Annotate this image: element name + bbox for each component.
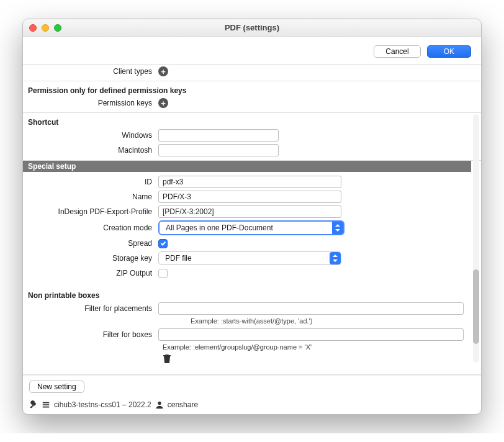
- nonprint-title: Non printable boxes: [23, 289, 481, 301]
- id-label: ID: [23, 178, 158, 186]
- status-user: censhare: [168, 400, 198, 409]
- filter-boxes-label: Filter for boxes: [23, 330, 158, 339]
- titlebar: PDF (settings): [23, 19, 481, 37]
- mac-input[interactable]: [158, 144, 279, 156]
- zip-checkbox[interactable]: [158, 269, 168, 278]
- creation-mode-value: All Pages in one PDF-Document: [160, 223, 332, 232]
- scrollbar-thumb[interactable]: [473, 269, 479, 344]
- spread-checkbox[interactable]: [158, 239, 168, 248]
- scroll-area: Client types + Permission only for defin…: [23, 65, 481, 375]
- windows-label: Windows: [23, 131, 158, 140]
- windows-input[interactable]: [158, 129, 279, 142]
- id-input[interactable]: [158, 176, 341, 188]
- delete-icon[interactable]: [163, 353, 481, 365]
- key-icon: [29, 400, 38, 409]
- name-input[interactable]: [158, 191, 341, 203]
- special-setup-band: Special setup: [23, 161, 471, 172]
- header-buttons: Cancel OK: [23, 37, 481, 65]
- filter-boxes-input[interactable]: [158, 328, 464, 341]
- ok-button[interactable]: OK: [427, 45, 471, 58]
- add-client-type-icon[interactable]: +: [158, 66, 168, 76]
- filter-boxes-example: Example: :element/groupslug/@group-name …: [23, 342, 481, 351]
- creation-mode-label: Creation mode: [23, 223, 158, 232]
- shortcut-title: Shortcut: [23, 115, 481, 128]
- profile-label: InDesign PDF-Export-Profile: [23, 207, 158, 216]
- status-bar: cihub3-testns-css01 – 2022.2 censhare: [23, 398, 481, 414]
- creation-mode-select[interactable]: All Pages in one PDF-Document: [158, 220, 344, 235]
- mac-label: Macintosh: [23, 146, 158, 155]
- network-icon: [42, 400, 50, 409]
- storage-value: PDF file: [159, 254, 330, 263]
- filter-placements-label: Filter for placements: [23, 304, 158, 313]
- footer: New setting: [23, 375, 481, 398]
- profile-input[interactable]: [158, 205, 341, 218]
- client-types-label: Client types: [23, 67, 158, 76]
- filter-placements-input[interactable]: [158, 302, 464, 315]
- add-perm-key-icon[interactable]: +: [158, 98, 168, 108]
- chevron-updown-icon: [332, 222, 343, 234]
- perm-keys-label: Permission keys: [23, 99, 158, 107]
- spread-label: Spread: [23, 239, 158, 248]
- chevron-updown-icon: [330, 252, 341, 264]
- filter-placements-example: Example: :starts-with(asset/@type, 'ad.'…: [23, 316, 481, 325]
- new-setting-button[interactable]: New setting: [29, 381, 84, 393]
- status-server: cihub3-testns-css01 – 2022.2: [54, 400, 151, 409]
- storage-select[interactable]: PDF file: [158, 251, 341, 265]
- name-label: Name: [23, 192, 158, 201]
- cancel-button[interactable]: Cancel: [374, 45, 420, 58]
- user-icon: [155, 400, 164, 409]
- perm-keys-title: Permission only for defined permission k…: [23, 84, 481, 96]
- window: PDF (settings) Cancel OK Client types + …: [22, 19, 482, 415]
- scrollbar[interactable]: [473, 114, 479, 363]
- storage-label: Storage key: [23, 254, 158, 263]
- window-title: PDF (settings): [23, 23, 481, 32]
- zip-label: ZIP Output: [23, 269, 158, 277]
